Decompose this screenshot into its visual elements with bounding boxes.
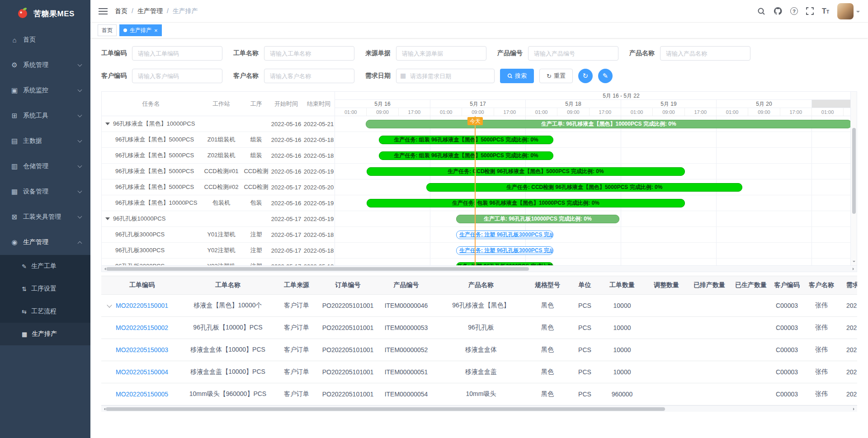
scrollbar-thumb[interactable] <box>852 128 856 214</box>
order-link[interactable]: MO202205150003 <box>116 346 168 353</box>
sidebar-item[interactable]: ▣ 系统监控 <box>0 78 90 103</box>
gantt-task-row[interactable]: 96孔移液盒【黑色】5000PCS CCD检测#01 CCD检测 2022-05… <box>102 164 335 179</box>
scroll-left-arrow[interactable] <box>103 408 105 410</box>
filter-label: 工单名称 <box>233 49 259 57</box>
gantt-bar[interactable]: 生产工单: 96孔孔板10000PCS 完成比例: 0% <box>456 215 619 223</box>
gantt-vertical-scrollbar[interactable] <box>850 92 857 265</box>
scrollbar-thumb[interactable] <box>106 267 529 271</box>
help-icon[interactable]: ? <box>790 7 798 15</box>
table-row[interactable]: MO202205150002 96孔孔板【10000】PCS 客户订单 PO20… <box>101 316 857 339</box>
gantt-task-row[interactable]: 96孔移液盒【黑色】10000PCS 包装机 包装 2022-05-16 202… <box>102 195 335 211</box>
filter-input[interactable] <box>132 69 222 83</box>
github-icon[interactable] <box>774 7 782 15</box>
user-menu[interactable] <box>837 3 860 19</box>
order-link[interactable]: MO202205150004 <box>116 368 168 376</box>
sidebar-subitem[interactable]: ⇆ 工艺流程 <box>0 300 90 323</box>
gantt-bar[interactable]: 生产任务: 包装 96孔移液盒【黑色】10000PCS 完成比例: 0% <box>367 199 684 207</box>
tab[interactable]: 生产排产 × <box>119 24 162 36</box>
order-link[interactable]: MO202205150005 <box>116 391 168 398</box>
sidebar-submenu: ✎ 生产工单 ⇅ 工序设置 ⇆ 工艺流程 ▦ 生产排产 <box>0 255 90 345</box>
scrollbar-thumb[interactable] <box>106 407 665 411</box>
gantt-bar-row: 生产工单: 96孔移液盒【黑色】10000PCS 完成比例: 0% <box>335 116 850 132</box>
breadcrumb-item[interactable]: 生产排产 <box>163 7 198 15</box>
gantt-task-row[interactable]: 96孔移液盒【黑色】10000PCS 2022-05-16 2022-05-21 <box>102 116 335 132</box>
edit-button[interactable]: ✎ <box>598 69 613 83</box>
order-link[interactable]: MO202205150001 <box>116 302 168 309</box>
refresh-button[interactable]: ↻ <box>578 69 593 83</box>
filter-input[interactable] <box>528 46 618 61</box>
breadcrumb-item[interactable]: 首页 <box>115 7 127 15</box>
filter-input[interactable] <box>132 46 222 61</box>
sidebar-item[interactable]: ◉ 生产管理 <box>0 230 90 255</box>
tab[interactable]: 首页 <box>98 24 117 36</box>
order-link[interactable]: MO202205150002 <box>116 324 168 331</box>
search-button[interactable]: 搜索 <box>500 69 534 83</box>
table-column-header: 产品名称 <box>437 276 525 294</box>
gantt-bar[interactable]: 生产任务: CCD检测 96孔移液盒【黑色】5000PCS 完成比例: 0% <box>367 167 684 176</box>
gantt-bar[interactable]: 生产任务: 组装 96孔移液盒【黑色】5000PCS 完成比例: 0% <box>379 151 554 160</box>
font-size-icon[interactable]: TT <box>822 7 829 15</box>
gantt-task-row[interactable]: 96孔孔板3000PCS Y01注塑机 注塑 2022-05-17 2022-0… <box>102 227 335 243</box>
table-column-header: 已生产数量 <box>730 276 772 294</box>
process-settings-icon: ⇅ <box>22 286 27 292</box>
table-column-header: 规格型号 <box>525 276 570 294</box>
gantt-column-header: 工序 <box>242 100 270 108</box>
avatar[interactable] <box>837 3 854 19</box>
gantt-task-row[interactable]: 96孔孔板10000PCS 2022-05-17 2022-05-19 <box>102 211 335 227</box>
sidebar-subitem[interactable]: ▦ 生产排产 <box>0 323 90 345</box>
table-row[interactable]: MO202205150003 移液盒盒体【10000】PCS 客户订单 PO20… <box>101 339 857 361</box>
sidebar-item[interactable]: ▦ 设备管理 <box>0 179 90 204</box>
gantt-bar[interactable]: 生产任务: CCD检测 96孔移液盒【黑色】5000PCS 完成比例: 0% <box>426 183 742 192</box>
expand-icon[interactable] <box>105 122 110 125</box>
gantt-bar[interactable]: 生产任务: 组装 96孔移液盒【黑色】5000PCS 完成比例: 0% <box>379 136 554 144</box>
sidebar-item[interactable]: ▤ 主数据 <box>0 128 90 154</box>
gantt-task-row[interactable]: 96孔孔板3000PCS Y02注塑机 注塑 2022-05-17 2022-0… <box>102 243 335 259</box>
gantt-task-row[interactable]: 96孔移液盒【黑色】5000PCS Z02组装机 组装 2022-05-16 2… <box>102 148 335 164</box>
tags-view: 首页 生产排产 × <box>90 23 868 38</box>
scroll-down-arrow[interactable] <box>853 261 855 264</box>
gantt-task-row[interactable]: 96孔移液盒【黑色】5000PCS Z01组装机 组装 2022-05-16 2… <box>102 132 335 148</box>
search-icon[interactable] <box>757 7 765 15</box>
gantt-horizontal-scrollbar[interactable] <box>102 265 857 272</box>
filter-input[interactable] <box>264 46 354 61</box>
sidebar-item[interactable]: ⚙ 系统管理 <box>0 52 90 78</box>
work-order-icon: ✎ <box>22 263 27 270</box>
calendar-icon: ▦ <box>400 72 406 79</box>
gantt-bar-row: 生产任务: 注塑 96孔孔板3000PCS 完成比例: 0% <box>335 227 850 243</box>
sidebar-subitem[interactable]: ⇅ 工序设置 <box>0 278 90 300</box>
table-row[interactable]: MO202205150004 移液盒盒盖【10000】PCS 客户订单 PO20… <box>101 361 857 383</box>
gantt-bar[interactable]: 生产工单: 96孔移液盒【黑色】10000PCS 完成比例: 0% <box>366 120 850 128</box>
reset-button[interactable]: ↻ 重置 <box>539 69 573 83</box>
sidebar-item[interactable]: ⊞ 系统工具 <box>0 103 90 128</box>
timeline-hour-label: 01:00 <box>335 108 367 116</box>
sidebar-subitem[interactable]: ✎ 生产工单 <box>0 255 90 278</box>
scroll-left-arrow[interactable] <box>103 268 106 270</box>
fullscreen-icon[interactable] <box>806 7 814 15</box>
gantt-task-row[interactable]: 96孔孔板3000PCS Y03注塑机 注塑 2022-05-17 2022-0… <box>102 259 335 265</box>
sidebar-item[interactable]: ▥ 仓储管理 <box>0 154 90 179</box>
breadcrumb-item[interactable]: 生产管理 <box>127 7 163 15</box>
gantt-bar[interactable]: 生产任务: 注塑 96孔孔板3000PCS 完成比例: 0% <box>456 246 553 255</box>
filter-input[interactable] <box>396 46 486 61</box>
close-icon[interactable]: × <box>154 27 158 34</box>
gantt-bar[interactable]: 生产任务: 注塑 96孔孔板3000PCS 完成比例: 0% <box>456 231 553 239</box>
gantt-column-header: 开始时间 <box>270 100 302 108</box>
gantt-task-row[interactable]: 96孔移液盒【黑色】5000PCS CCD检测#02 CCD检测 2022-05… <box>102 179 335 195</box>
app-logo[interactable]: 苦糖果MES <box>0 0 90 27</box>
timeline-day-label <box>812 100 850 108</box>
scroll-right-arrow[interactable] <box>853 408 856 410</box>
table-horizontal-scrollbar[interactable] <box>101 405 857 412</box>
sidebar-item[interactable]: ⊠ 工装夹具管理 <box>0 204 90 230</box>
refresh-icon: ↻ <box>583 72 589 80</box>
filter-input[interactable] <box>264 69 354 83</box>
gantt-bar[interactable]: 生产任务: 注塑 96孔孔板3000PCS 完成比例: 0% <box>456 262 553 265</box>
sidebar-item[interactable]: ⌂ 首页 <box>0 27 90 52</box>
expand-icon[interactable] <box>107 302 112 307</box>
table-row[interactable]: MO202205150001 移液盒【黑色】10000个 客户订单 PO2022… <box>101 294 857 316</box>
filter-input[interactable] <box>396 69 495 83</box>
hamburger-icon[interactable] <box>99 7 108 16</box>
scroll-right-arrow[interactable] <box>853 268 855 270</box>
filter-input[interactable] <box>660 46 750 61</box>
expand-icon[interactable] <box>105 217 110 220</box>
table-row[interactable]: MO202205150005 10mm吸头【960000】PCS 客户订单 PO… <box>101 383 857 405</box>
